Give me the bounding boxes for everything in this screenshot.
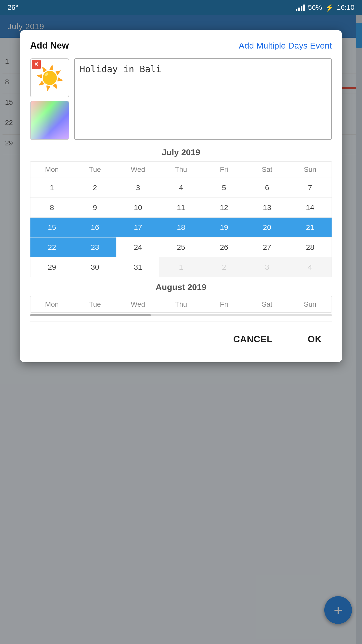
cal-day-14[interactable]: 14 xyxy=(289,197,332,217)
cal-header-sat: Sat xyxy=(246,162,289,178)
scroll-hint xyxy=(30,314,332,316)
cal-header-thu: Thu xyxy=(159,162,202,178)
cal-day-29[interactable]: 29 xyxy=(30,257,73,277)
cal-day-11[interactable]: 11 xyxy=(159,197,202,217)
scroll-hint-thumb xyxy=(30,314,151,316)
dialog-header: Add New Add Multiple Days Event xyxy=(30,40,332,51)
cal-day-12[interactable]: 12 xyxy=(203,197,246,217)
cal-day-17[interactable]: 17 xyxy=(116,217,159,237)
july-calendar-grid[interactable]: Mon Tue Wed Thu Fri Sat Sun 1 2 3 4 5 6 … xyxy=(30,161,332,277)
cal-day-6[interactable]: 6 xyxy=(246,178,289,197)
dialog-subtitle: Add Multiple Days Event xyxy=(74,41,332,51)
cal-day-aug4[interactable]: 4 xyxy=(289,257,332,277)
event-name-input[interactable]: Holiday in Bali xyxy=(74,58,332,140)
add-event-dialog: Add New Add Multiple Days Event ✕ ☀️ Hol… xyxy=(20,30,342,362)
cal-day-20[interactable]: 20 xyxy=(246,217,289,237)
signal-icon xyxy=(296,4,305,11)
cal-day-24[interactable]: 24 xyxy=(116,237,159,257)
cal-day-21[interactable]: 21 xyxy=(289,217,332,237)
cal-day-13[interactable]: 13 xyxy=(246,197,289,217)
status-bar: 26° 56% ⚡ 16:10 xyxy=(0,0,362,15)
cal-day-27[interactable]: 27 xyxy=(246,237,289,257)
color-palette-picker[interactable] xyxy=(30,101,69,140)
aug-header-sat: Sat xyxy=(246,296,289,312)
aug-header-thu: Thu xyxy=(159,296,202,312)
time-display: 16:10 xyxy=(337,4,354,12)
cal-day-1[interactable]: 1 xyxy=(30,178,73,197)
cal-day-19[interactable]: 19 xyxy=(203,217,246,237)
aug-header-wed: Wed xyxy=(116,296,159,312)
cal-day-16[interactable]: 16 xyxy=(73,217,116,237)
remove-icon-button[interactable]: ✕ xyxy=(32,60,41,69)
battery-percent: 56% xyxy=(308,4,322,12)
aug-header-tue: Tue xyxy=(73,296,116,312)
cal-day-aug3[interactable]: 3 xyxy=(246,257,289,277)
august-calendar-grid[interactable]: Mon Tue Wed Thu Fri Sat Sun xyxy=(30,296,332,313)
august-calendar-section: August 2019 Mon Tue Wed Thu Fri Sat Sun xyxy=(30,282,332,316)
cal-header-wed: Wed xyxy=(116,162,159,178)
cal-header-fri: Fri xyxy=(203,162,246,178)
cal-day-8[interactable]: 8 xyxy=(30,197,73,217)
battery-icon: ⚡ xyxy=(325,4,334,12)
input-row: ✕ ☀️ Holiday in Bali xyxy=(30,58,332,140)
july-month-title: July 2019 xyxy=(30,147,332,157)
event-icon-picker[interactable]: ✕ ☀️ xyxy=(30,58,69,97)
cal-day-26[interactable]: 26 xyxy=(203,237,246,257)
cal-day-15[interactable]: 15 xyxy=(30,217,73,237)
cal-day-22[interactable]: 22 xyxy=(30,237,73,257)
cal-day-4[interactable]: 4 xyxy=(159,178,202,197)
icon-column: ✕ ☀️ xyxy=(30,58,69,140)
cal-day-aug2[interactable]: 2 xyxy=(203,257,246,277)
cal-header-mon: Mon xyxy=(30,162,73,178)
cal-day-7[interactable]: 7 xyxy=(289,178,332,197)
cal-header-tue: Tue xyxy=(73,162,116,178)
cancel-button[interactable]: CANCEL xyxy=(223,329,283,350)
cal-day-3[interactable]: 3 xyxy=(116,178,159,197)
cal-day-5[interactable]: 5 xyxy=(203,178,246,197)
cal-day-10[interactable]: 10 xyxy=(116,197,159,217)
cal-day-2[interactable]: 2 xyxy=(73,178,116,197)
aug-header-fri: Fri xyxy=(203,296,246,312)
dialog-buttons: CANCEL OK xyxy=(30,321,332,350)
dialog-add-label: Add New xyxy=(30,40,69,51)
aug-header-sun: Sun xyxy=(289,296,332,312)
cal-header-sun: Sun xyxy=(289,162,332,178)
aug-header-mon: Mon xyxy=(30,296,73,312)
ok-button[interactable]: OK xyxy=(298,329,332,350)
cal-day-aug1[interactable]: 1 xyxy=(159,257,202,277)
august-month-title: August 2019 xyxy=(30,282,332,292)
cal-day-9[interactable]: 9 xyxy=(73,197,116,217)
july-calendar-section: July 2019 Mon Tue Wed Thu Fri Sat Sun 1 … xyxy=(30,147,332,277)
cal-day-18[interactable]: 18 xyxy=(159,217,202,237)
cal-day-30[interactable]: 30 xyxy=(73,257,116,277)
cal-day-25[interactable]: 25 xyxy=(159,237,202,257)
temperature: 26° xyxy=(8,4,18,12)
cal-day-28[interactable]: 28 xyxy=(289,237,332,257)
status-right: 56% ⚡ 16:10 xyxy=(296,4,354,12)
cal-day-31[interactable]: 31 xyxy=(116,257,159,277)
sun-emoji-icon: ☀️ xyxy=(36,67,64,89)
cal-day-23[interactable]: 23 xyxy=(73,237,116,257)
